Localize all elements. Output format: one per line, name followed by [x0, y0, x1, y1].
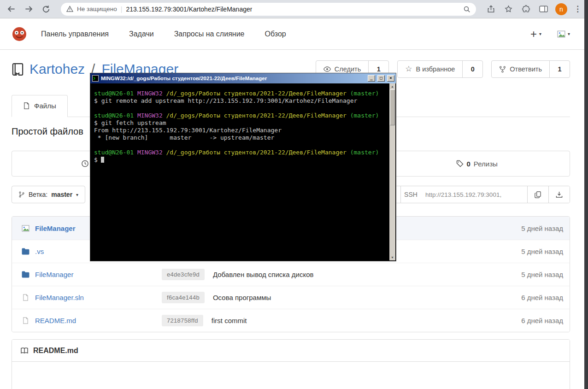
- tab-files-label: Файлы: [34, 102, 56, 110]
- user-menu[interactable]: ▾: [557, 30, 570, 38]
- commit-age: 6 дней назад: [516, 294, 563, 301]
- file-link[interactable]: FileManager: [35, 271, 73, 278]
- gogs-navbar: Панель управления Задачи Запросы на слия…: [0, 18, 588, 50]
- clone-url-group: HTTP SSH: [374, 186, 570, 203]
- star-button[interactable]: ☆ В избранное: [398, 61, 462, 77]
- scroll-up-arrow[interactable]: ▲: [389, 83, 395, 89]
- star-count[interactable]: 0: [462, 61, 482, 77]
- star-button-group: ☆ В избранное 0: [397, 60, 483, 78]
- refresh-button[interactable]: [41, 4, 52, 15]
- commit-message: first commit: [212, 317, 247, 324]
- blank-line: [94, 105, 387, 112]
- address-bar[interactable]: Не защищено | 213.155.192.79:3001/Kartoh…: [61, 3, 476, 16]
- prompt-line: stud@N26-01 MINGW32 /d/_gogs/Работы студ…: [94, 112, 387, 119]
- create-new-menu[interactable]: + ▾: [530, 29, 541, 39]
- file-icon: [23, 102, 30, 109]
- window-edge-strip: [584, 0, 588, 389]
- readme-body: [12, 362, 570, 389]
- browser-toolbar: Не защищено | 213.155.192.79:3001/Kartoh…: [0, 0, 588, 18]
- star-outline-icon: ☆: [405, 66, 412, 72]
- fork-label: Ответвить: [510, 65, 542, 73]
- branch-selector[interactable]: Ветка: master ▾: [12, 186, 85, 203]
- table-row: README.md 7218758ffd first commit 6 дней…: [12, 309, 570, 332]
- forward-button[interactable]: [23, 4, 34, 15]
- commit-sha-link[interactable]: e4de3cfe9d: [162, 269, 205, 280]
- branch-name: master: [51, 191, 72, 198]
- output-line: * [new branch] master -> upstream/master: [94, 134, 387, 141]
- omnibox-separator: |: [121, 6, 123, 13]
- gogs-logo[interactable]: [12, 26, 27, 42]
- releases-count: 0: [467, 160, 470, 168]
- zoom-icon[interactable]: [463, 6, 470, 13]
- scrollbar-thumb[interactable]: [390, 89, 395, 125]
- chevron-down-icon: ▾: [76, 192, 78, 197]
- releases-label: Релизы: [474, 160, 498, 168]
- commit-sha-link[interactable]: f6ca4e144b: [162, 292, 205, 303]
- nav-dashboard[interactable]: Панель управления: [27, 30, 119, 38]
- folder-icon: [21, 248, 29, 255]
- file-link[interactable]: README.md: [35, 317, 76, 324]
- fork-button-group: Ответвить 1: [491, 60, 570, 78]
- repo-owner-link[interactable]: Kartohez: [29, 61, 85, 77]
- star-label: В избранное: [416, 65, 455, 73]
- back-button[interactable]: [6, 4, 17, 15]
- security-label: Не защищено: [77, 6, 117, 12]
- terminal-titlebar[interactable]: MINGW32:/d/_gogs/Работы студентов/2021-2…: [90, 73, 396, 83]
- commit-age: 5 дней назад: [516, 271, 563, 278]
- commit-sha-link[interactable]: 7218758ffd: [162, 315, 203, 326]
- side-panel-icon[interactable]: [538, 4, 549, 15]
- file-link[interactable]: .vs: [35, 248, 44, 255]
- clone-url-input[interactable]: [421, 186, 527, 203]
- broken-avatar-image-icon: [557, 30, 565, 38]
- commit-message: Осова программы: [213, 294, 271, 301]
- committer-link[interactable]: FileManager: [35, 224, 76, 232]
- blank-line: [94, 141, 387, 149]
- file-link[interactable]: FileManager.sln: [35, 294, 84, 301]
- terminal-icon: [92, 75, 99, 82]
- output-line: From http://213.155.192.79:3001/Kartohez…: [94, 127, 387, 134]
- commit-age: 5 дней назад: [516, 248, 563, 255]
- fork-button[interactable]: Ответвить: [492, 61, 549, 77]
- chevron-down-icon: ▾: [568, 31, 570, 36]
- releases-segment[interactable]: 0 Релизы: [383, 151, 570, 176]
- extensions-puzzle-icon[interactable]: [520, 4, 531, 15]
- nav-explore[interactable]: Обзор: [254, 30, 296, 38]
- file-icon: [21, 317, 29, 324]
- browser-menu-kebab-icon[interactable]: ⋮: [574, 4, 582, 14]
- fork-count[interactable]: 1: [549, 61, 570, 77]
- folder-icon: [21, 271, 29, 278]
- close-button[interactable]: ×: [387, 75, 394, 82]
- readme-section: README.md: [12, 339, 570, 389]
- scroll-down-arrow[interactable]: ▼: [389, 254, 395, 260]
- terminal-output[interactable]: stud@N26-01 MINGW32 /d/_gogs/Работы студ…: [90, 83, 396, 261]
- not-secure-warning-icon: [66, 6, 73, 12]
- minimize-button[interactable]: _: [368, 75, 375, 82]
- screen: Не защищено | 213.155.192.79:3001/Kartoh…: [0, 0, 588, 389]
- file-icon: [21, 294, 29, 301]
- maximize-button[interactable]: □: [377, 75, 385, 82]
- download-archive-button[interactable]: [548, 186, 570, 203]
- command-line: $ git remote add upstream http://213.155…: [94, 97, 387, 105]
- nav-issues[interactable]: Задачи: [119, 30, 164, 38]
- terminal-cursor: [101, 157, 104, 163]
- nav-pull-requests[interactable]: Запросы на слияние: [164, 30, 255, 38]
- url-text: 213.155.192.79:3001/Kartohez/FileManager: [126, 6, 252, 13]
- copy-url-button[interactable]: [527, 186, 548, 203]
- tag-icon: [456, 160, 464, 167]
- tab-files[interactable]: Файлы: [12, 95, 68, 117]
- book-open-icon: [20, 347, 29, 354]
- prompt-line: stud@N26-01 MINGW32 /d/_gogs/Работы студ…: [94, 149, 387, 156]
- readme-title: README.md: [33, 347, 78, 355]
- bookmark-star-icon[interactable]: [503, 4, 514, 15]
- table-row: FileManager e4de3cfe9d Добавлен вывод сп…: [12, 263, 570, 286]
- eye-icon: [323, 65, 331, 73]
- browser-profile-avatar[interactable]: n: [555, 3, 567, 15]
- terminal-scrollbar[interactable]: ▲ ▼: [389, 83, 395, 260]
- share-icon[interactable]: [485, 4, 496, 15]
- ssh-protocol-button[interactable]: SSH: [400, 186, 421, 203]
- prompt-line: stud@N26-01 MINGW32 /d/_gogs/Работы студ…: [94, 90, 387, 97]
- fork-icon: [499, 66, 506, 73]
- plus-icon: +: [530, 29, 537, 39]
- table-row: FileManager.sln f6ca4e144b Осова програм…: [12, 286, 570, 309]
- command-line: $ git fetch upstream: [94, 119, 387, 127]
